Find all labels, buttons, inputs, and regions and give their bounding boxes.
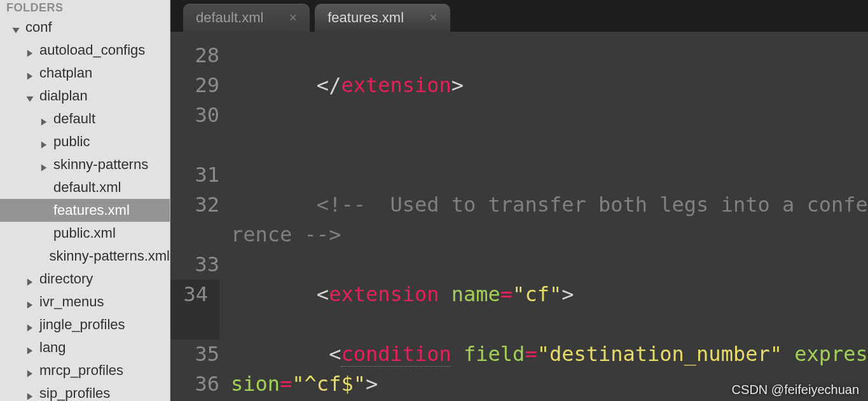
tree-label: autoload_configs [39, 42, 145, 58]
tree-label: dialplan [39, 88, 88, 104]
chevron-right-icon [25, 297, 36, 307]
tab-label: features.xml [327, 10, 404, 26]
tree-label: mrcp_profiles [39, 362, 123, 379]
line-number: 35 [170, 339, 219, 369]
close-icon[interactable]: × [289, 10, 297, 26]
tag-extension: extension [329, 282, 439, 306]
chevron-right-icon [25, 274, 36, 284]
chevron-right-icon [25, 388, 36, 398]
svg-marker-4 [41, 118, 46, 125]
svg-marker-0 [12, 28, 19, 33]
line-number: 29 [170, 71, 219, 100]
tab-features-xml[interactable]: features.xml× [315, 4, 450, 32]
folder-item-sip-profiles[interactable]: sip_profiles [0, 382, 170, 401]
folder-item-public[interactable]: public [0, 130, 170, 153]
file-item-public-xml[interactable]: public.xml [0, 222, 170, 245]
line-number-gutter: 282930 3132 3334 3536 [170, 32, 231, 401]
chevron-right-icon [25, 343, 36, 353]
tree-label: directory [39, 271, 93, 287]
tab-label: default.xml [196, 10, 263, 26]
line-number-wrap [170, 220, 219, 250]
folder-item-lang[interactable]: lang [0, 336, 170, 359]
file-icon [39, 182, 50, 193]
line-number: 34 [170, 280, 219, 309]
folder-item-autoload-configs[interactable]: autoload_configs [0, 39, 170, 62]
file-item-skinny-patterns-xml[interactable]: skinny-patterns.xml [0, 245, 170, 268]
tree-label: features.xml [53, 202, 130, 219]
line-number-wrap [170, 130, 219, 160]
chevron-down-icon [25, 91, 36, 101]
tree-label: default [53, 111, 95, 127]
svg-marker-3 [26, 97, 33, 102]
tree-label: skinny-patterns.xml [49, 248, 170, 264]
tree-label: skinny-patterns [53, 156, 148, 173]
chevron-right-icon [25, 68, 36, 78]
folder-item-ivr-menus[interactable]: ivr_menus [0, 290, 170, 313]
file-icon [39, 205, 50, 215]
folder-item-dialplan[interactable]: dialplan [0, 85, 170, 107]
tag-extension-close: extension [341, 73, 451, 97]
chevron-right-icon [25, 320, 36, 330]
file-item-default-xml[interactable]: default.xml [0, 176, 170, 199]
chevron-right-icon [39, 114, 50, 124]
comment-text: <!-- Used to transfer both legs into a c… [231, 193, 868, 247]
code-content[interactable]: </extension> <!-- Used to transfer both … [231, 32, 868, 401]
line-number: 33 [170, 250, 219, 280]
tree-label: ivr_menus [39, 294, 104, 310]
line-number: 36 [170, 369, 219, 399]
svg-marker-8 [27, 301, 32, 308]
chevron-right-icon [39, 160, 50, 170]
tree-label: sip_profiles [39, 385, 110, 401]
folder-item-jingle-profiles[interactable]: jingle_profiles [0, 313, 170, 336]
tree-label: default.xml [53, 179, 121, 196]
tab-default-xml[interactable]: default.xml× [183, 4, 310, 32]
svg-marker-11 [27, 370, 32, 377]
folder-item-directory[interactable]: directory [0, 268, 170, 290]
line-number: 28 [170, 41, 219, 71]
svg-marker-5 [41, 141, 46, 148]
svg-marker-7 [27, 278, 32, 285]
folder-item-mrcp-profiles[interactable]: mrcp_profiles [0, 359, 170, 382]
svg-marker-6 [41, 164, 46, 171]
svg-marker-1 [27, 50, 32, 57]
chevron-right-icon [25, 365, 36, 376]
line-number: 31 [170, 160, 219, 190]
svg-marker-2 [27, 72, 32, 79]
file-item-features-xml[interactable]: features.xml [0, 199, 170, 222]
editor-area: default.xml×features.xml× 282930 3132 33… [170, 0, 868, 401]
tab-bar: default.xml×features.xml× [170, 0, 868, 32]
code-editor[interactable]: 282930 3132 3334 3536 </extension> <!-- … [170, 32, 868, 401]
tree-label: public [53, 133, 90, 150]
tree-label: conf [25, 19, 52, 36]
svg-marker-12 [27, 393, 32, 400]
chevron-right-icon [39, 137, 50, 147]
file-icon [36, 251, 46, 261]
folder-item-default[interactable]: default [0, 107, 170, 130]
watermark: CSDN @feifeiyechuan [732, 383, 859, 397]
folder-item-chatplan[interactable]: chatplan [0, 62, 170, 85]
tree-label: lang [39, 339, 66, 356]
line-number-wrap [170, 309, 219, 339]
chevron-down-icon [11, 22, 22, 32]
close-icon[interactable]: × [429, 10, 437, 26]
tag-condition: condition [341, 342, 451, 367]
folder-item-skinny-patterns[interactable]: skinny-patterns [0, 153, 170, 176]
file-icon [39, 228, 50, 238]
chevron-right-icon [25, 45, 36, 55]
tree-label: public.xml [53, 225, 116, 241]
sidebar-header: FOLDERS [0, 0, 170, 16]
svg-marker-9 [27, 324, 32, 331]
svg-marker-10 [27, 347, 32, 354]
tree-label: jingle_profiles [39, 316, 125, 333]
line-number: 30 [170, 100, 219, 130]
folder-item-conf[interactable]: conf [0, 16, 170, 39]
tree-label: chatplan [39, 65, 92, 81]
folder-tree: confautoload_configschatplandialplandefa… [0, 16, 170, 401]
sidebar: FOLDERS confautoload_configschatplandial… [0, 0, 170, 401]
line-number: 32 [170, 190, 219, 220]
